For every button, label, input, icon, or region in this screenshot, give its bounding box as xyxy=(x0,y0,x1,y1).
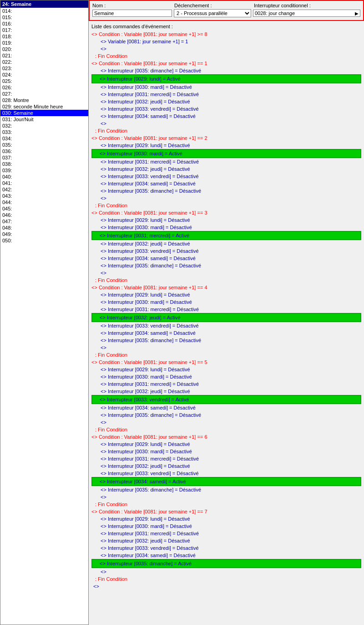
event-line-35[interactable]: <> Interrupteur [0029: lundi] = Désactiv… xyxy=(91,291,361,298)
event-line-27[interactable]: <> Interrupteur [0031: mercredi] = Activ… xyxy=(91,231,361,240)
event-line-44[interactable]: <> Condition : Variable [0081: jour sema… xyxy=(91,359,361,366)
event-line-24[interactable]: <> Condition : Variable [0081: jour sema… xyxy=(91,209,361,216)
event-line-29[interactable]: <> Interrupteur [0033: vendredi] = Désac… xyxy=(91,247,361,255)
event-line-46[interactable]: <> Interrupteur [0030: mardi] = Désactiv… xyxy=(91,373,361,380)
sidebar-item-016[interactable]: 016: xyxy=(0,20,88,27)
event-line-60[interactable]: <> Interrupteur [0034: samedi] = Activé xyxy=(91,477,361,486)
sidebar-item-031[interactable]: 031: Jour/Nuit xyxy=(0,116,88,123)
event-line-15[interactable]: <> Interrupteur [0029: lundi] = Désactiv… xyxy=(91,142,361,149)
sidebar-item-037[interactable]: 037: xyxy=(0,154,88,161)
event-line-65[interactable]: <> Interrupteur [0029: lundi] = Désactiv… xyxy=(91,515,361,523)
sidebar-item-041[interactable]: 041: xyxy=(0,180,88,186)
event-line-30[interactable]: <> Interrupteur [0034: samedi] = Désacti… xyxy=(91,255,361,262)
event-line-13[interactable]: : Fin Condition xyxy=(91,127,361,134)
event-line-33[interactable]: : Fin Condition xyxy=(91,277,361,284)
event-line-14[interactable]: <> Condition : Variable [0081: jour sema… xyxy=(91,134,361,142)
interrupteur-arrow[interactable]: ▶ xyxy=(355,11,359,16)
event-line-39[interactable]: <> Interrupteur [0033: vendredi] = Désac… xyxy=(91,322,361,329)
sidebar-item-038[interactable]: 038: xyxy=(0,161,88,167)
sidebar-item-026[interactable]: 026: xyxy=(0,84,88,91)
event-line-63[interactable]: : Fin Condition xyxy=(91,501,361,508)
sidebar-item-036[interactable]: 036: xyxy=(0,148,88,154)
nom-input[interactable] xyxy=(92,10,172,17)
sidebar-item-030[interactable]: 030: Semaine xyxy=(0,110,88,116)
event-line-74[interactable]: <> xyxy=(91,583,361,590)
event-line-34[interactable]: <> Condition : Variable [0081: jour sema… xyxy=(91,284,361,291)
event-line-55[interactable]: <> Interrupteur [0029: lundi] = Désactiv… xyxy=(91,441,361,448)
event-line-6[interactable]: <> Interrupteur [0029: lundi] = Activé xyxy=(91,74,361,83)
event-line-11[interactable]: <> Interrupteur [0034: samedi] = Désacti… xyxy=(91,113,361,120)
declenchement-select[interactable]: 2 - Processus parallèle xyxy=(174,9,251,17)
event-line-43[interactable]: : Fin Condition xyxy=(91,351,361,359)
sidebar-item-024[interactable]: 024: xyxy=(0,72,88,78)
event-line-64[interactable]: <> Condition : Variable [0081: jour sema… xyxy=(91,508,361,515)
event-line-21[interactable]: <> Interrupteur [0035: dimanche] = Désac… xyxy=(91,187,361,195)
sidebar-list[interactable]: 014:015:016:017:018:019:020:021:022:023:… xyxy=(0,8,88,625)
event-line-56[interactable]: <> Interrupteur [0030: mardi] = Désactiv… xyxy=(91,448,361,455)
event-line-9[interactable]: <> Interrupteur [0032: jeudi] = Désactiv… xyxy=(91,98,361,105)
event-line-71[interactable]: <> Interrupteur [0035: dimanche] = Activ… xyxy=(91,559,361,568)
event-line-72[interactable]: <> xyxy=(91,568,361,575)
sidebar-item-044[interactable]: 044: xyxy=(0,199,88,205)
event-line-67[interactable]: <> Interrupteur [0031: mercredi] = Désac… xyxy=(91,530,361,537)
sidebar-item-014[interactable]: 014: xyxy=(0,8,88,14)
event-line-45[interactable]: <> Interrupteur [0029: lundi] = Désactiv… xyxy=(91,366,361,373)
event-line-38[interactable]: <> Interrupteur [0032: jeudi] = Activé xyxy=(91,313,361,322)
sidebar-item-032[interactable]: 032: xyxy=(0,123,88,129)
event-line-62[interactable]: <> xyxy=(91,493,361,501)
sidebar-item-018[interactable]: 018: xyxy=(0,33,88,40)
event-line-19[interactable]: <> Interrupteur [0033: vendredi] = Désac… xyxy=(91,173,361,180)
event-line-59[interactable]: <> Interrupteur [0033: vendredi] = Désac… xyxy=(91,470,361,477)
sidebar-item-043[interactable]: 043: xyxy=(0,193,88,199)
event-line-42[interactable]: <> xyxy=(91,344,361,351)
interrupteur-input[interactable]: 0028: jour change ▶ xyxy=(253,10,360,17)
event-line-32[interactable]: <> xyxy=(91,269,361,277)
event-line-10[interactable]: <> Interrupteur [0033: vendredi] = Désac… xyxy=(91,105,361,113)
event-line-37[interactable]: <> Interrupteur [0031: mercredi] = Désac… xyxy=(91,306,361,313)
event-line-28[interactable]: <> Interrupteur [0032: jeudi] = Désactiv… xyxy=(91,240,361,247)
event-line-69[interactable]: <> Interrupteur [0033: vendredi] = Désac… xyxy=(91,544,361,552)
event-line-1[interactable]: <> Variable [0081: jour semaine +1] = 1 xyxy=(91,38,361,45)
event-line-50[interactable]: <> Interrupteur [0034: samedi] = Désacti… xyxy=(91,404,361,411)
event-line-57[interactable]: <> Interrupteur [0031: mercredi] = Désac… xyxy=(91,455,361,462)
event-line-23[interactable]: : Fin Condition xyxy=(91,202,361,209)
event-line-17[interactable]: <> Interrupteur [0031: mercredi] = Désac… xyxy=(91,158,361,165)
event-line-22[interactable]: <> xyxy=(91,195,361,202)
sidebar-item-035[interactable]: 035: xyxy=(0,142,88,148)
sidebar-item-047[interactable]: 047: xyxy=(0,218,88,225)
sidebar-item-019[interactable]: 019: xyxy=(0,40,88,46)
event-line-73[interactable]: : Fin Condition xyxy=(91,575,361,583)
sidebar-item-040[interactable]: 040: xyxy=(0,174,88,180)
event-line-18[interactable]: <> Interrupteur [0032: jeudi] = Désactiv… xyxy=(91,165,361,173)
sidebar-item-025[interactable]: 025: xyxy=(0,78,88,84)
sidebar-item-042[interactable]: 042: xyxy=(0,186,88,193)
event-line-40[interactable]: <> Interrupteur [0034: samedi] = Désacti… xyxy=(91,329,361,337)
sidebar-item-015[interactable]: 015: xyxy=(0,14,88,20)
sidebar-item-050[interactable]: 050: xyxy=(0,237,88,244)
sidebar-item-049[interactable]: 049: xyxy=(0,231,88,237)
sidebar-item-022[interactable]: 022: xyxy=(0,59,88,65)
event-line-16[interactable]: <> Interrupteur [0030: mardi] = Activé xyxy=(91,149,361,158)
sidebar-item-023[interactable]: 023: xyxy=(0,65,88,72)
event-line-25[interactable]: <> Interrupteur [0029: lundi] = Désactiv… xyxy=(91,216,361,224)
event-line-8[interactable]: <> Interrupteur [0031: mercredi] = Désac… xyxy=(91,91,361,98)
event-line-20[interactable]: <> Interrupteur [0034: samedi] = Désacti… xyxy=(91,180,361,187)
event-line-7[interactable]: <> Interrupteur [0030: mardi] = Désactiv… xyxy=(91,83,361,91)
event-line-26[interactable]: <> Interrupteur [0030: mardi] = Désactiv… xyxy=(91,224,361,231)
event-line-2[interactable]: <> xyxy=(91,45,361,52)
event-line-47[interactable]: <> Interrupteur [0031: mercredi] = Désac… xyxy=(91,380,361,388)
sidebar-item-034[interactable]: 034: xyxy=(0,135,88,142)
event-line-54[interactable]: <> Condition : Variable [0081: jour sema… xyxy=(91,433,361,441)
event-line-70[interactable]: <> Interrupteur [0034: samedi] = Désacti… xyxy=(91,552,361,559)
event-line-61[interactable]: <> Interrupteur [0035: dimanche] = Désac… xyxy=(91,486,361,493)
event-line-12[interactable]: <> xyxy=(91,120,361,127)
event-line-53[interactable]: : Fin Condition xyxy=(91,426,361,433)
sidebar-item-048[interactable]: 048: xyxy=(0,225,88,231)
sidebar-item-021[interactable]: 021: xyxy=(0,52,88,59)
event-line-36[interactable]: <> Interrupteur [0030: mardi] = Désactiv… xyxy=(91,298,361,306)
event-line-58[interactable]: <> Interrupteur [0032: jeudi] = Désactiv… xyxy=(91,462,361,470)
sidebar-item-033[interactable]: 033: xyxy=(0,129,88,135)
event-line-48[interactable]: <> Interrupteur [0032: jeudi] = Désactiv… xyxy=(91,388,361,395)
sidebar-item-017[interactable]: 017: xyxy=(0,27,88,33)
event-line-68[interactable]: <> Interrupteur [0032: jeudi] = Désactiv… xyxy=(91,537,361,544)
